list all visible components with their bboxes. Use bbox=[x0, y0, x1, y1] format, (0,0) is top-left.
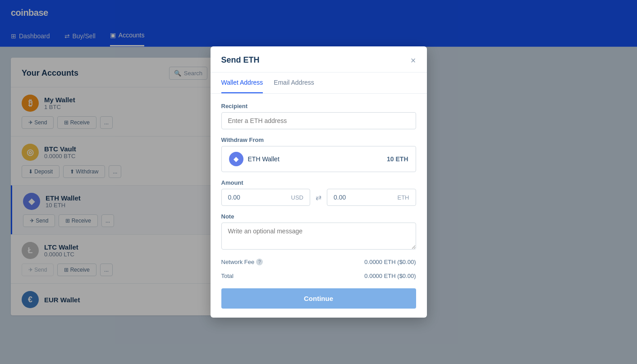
total-label: Total bbox=[221, 273, 234, 279]
withdraw-from-field: Withdraw From ◆ ETH Wallet 10 ETH bbox=[221, 136, 416, 172]
network-fee-help-icon[interactable]: ? bbox=[256, 259, 263, 265]
eth-wallet-icon: ◆ bbox=[229, 152, 243, 166]
withdraw-from-label: Withdraw From bbox=[221, 136, 416, 143]
withdraw-left: ◆ ETH Wallet bbox=[229, 152, 280, 166]
swap-icon[interactable]: ⇄ bbox=[314, 193, 323, 202]
note-field: Note bbox=[221, 213, 416, 251]
total-value: 0.0000 ETH ($0.00) bbox=[364, 273, 416, 279]
tab-wallet-address[interactable]: Wallet Address bbox=[221, 73, 263, 93]
withdraw-balance: 10 ETH bbox=[387, 155, 408, 163]
amount-field: Amount USD ⇄ ETH bbox=[221, 179, 416, 206]
eth-amount-box: ETH bbox=[327, 189, 416, 206]
continue-button[interactable]: Continue bbox=[221, 288, 416, 309]
total-row: Total 0.0000 ETH ($0.00) bbox=[221, 273, 416, 279]
send-eth-modal: Send ETH × Wallet Address Email Address … bbox=[211, 46, 427, 318]
note-textarea[interactable] bbox=[221, 223, 416, 250]
recipient-label: Recipient bbox=[221, 103, 416, 109]
withdraw-from-box: ◆ ETH Wallet 10 ETH bbox=[221, 146, 416, 172]
usd-currency-label: USD bbox=[291, 194, 303, 201]
eth-currency-label: ETH bbox=[398, 194, 409, 201]
close-button[interactable]: × bbox=[411, 56, 416, 65]
network-fee-label: Network Fee ? bbox=[221, 259, 263, 265]
amount-label: Amount bbox=[221, 179, 416, 186]
modal-header: Send ETH × bbox=[211, 46, 427, 73]
recipient-input[interactable] bbox=[221, 112, 416, 129]
network-fee-value: 0.0000 ETH ($0.00) bbox=[364, 259, 416, 265]
usd-amount-input[interactable] bbox=[228, 194, 264, 201]
modal-body: Recipient Withdraw From ◆ ETH Wallet 10 … bbox=[211, 94, 427, 318]
note-label: Note bbox=[221, 213, 416, 220]
modal-overlay: Send ETH × Wallet Address Email Address … bbox=[0, 0, 637, 361]
recipient-field: Recipient bbox=[221, 103, 416, 129]
tab-email-address[interactable]: Email Address bbox=[274, 73, 314, 93]
eth-amount-input[interactable] bbox=[334, 194, 370, 201]
withdraw-wallet-name: ETH Wallet bbox=[248, 155, 280, 163]
modal-tabs: Wallet Address Email Address bbox=[211, 73, 427, 94]
network-fee-row: Network Fee ? 0.0000 ETH ($0.00) bbox=[221, 259, 416, 265]
modal-title: Send ETH bbox=[221, 55, 260, 65]
amount-row: USD ⇄ ETH bbox=[221, 189, 416, 206]
usd-amount-box: USD bbox=[221, 189, 311, 206]
